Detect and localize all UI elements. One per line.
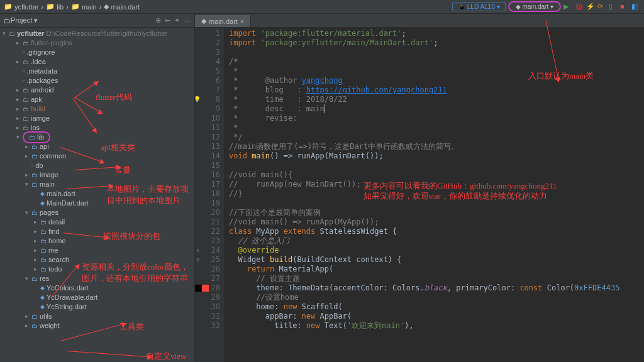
tree-row[interactable]: ▾🗀res [3,274,194,283]
tab-main-dart[interactable]: ◆ main.dart × [195,15,251,27]
tree-row[interactable]: ▸🗀apk [3,95,194,104]
folder-icon: 🗀 [31,151,38,161]
tree-row[interactable]: ▾🗀lib [3,133,194,142]
tree-row[interactable]: ▸🗀weight [3,321,194,331]
tree-row[interactable]: ▾🗀main [3,180,194,189]
dart-file-icon: ◆ [40,293,45,302]
tree-row[interactable]: ▸🗀flutter-plugins [3,38,194,48]
tree-row[interactable]: ▸🗀me [3,246,194,255]
folder-icon: 🗀 [31,208,38,217]
tree-row[interactable]: ▸🗀api [3,142,194,151]
folder-icon: 🗀 [40,255,47,265]
top-bar: 📁 ycflutter › 📁 lib › 📁 main › ◆ main.da… [0,0,644,14]
tree-row[interactable]: ▫.packages [3,76,194,85]
folder-icon: 🗀 [40,227,47,236]
breadcrumb: 📁 ycflutter › 📁 lib › 📁 main › ◆ main.da… [4,3,140,11]
sync-icon[interactable]: ⊕ [155,16,161,25]
tree-row[interactable]: ▫.metadata [3,67,194,76]
folder-icon: 🗀 [31,312,38,321]
folder-icon: 🗀 [40,217,47,227]
project-sidebar: 🗀 Project ▾ ⊕ ⇤ ✦ — ▾🗀 ycflutter D:\Code… [0,14,195,362]
folder-icon: 🗀 [29,133,35,142]
folder-icon: 🗀 [31,142,38,151]
tree-row[interactable]: ▸🗀find [3,227,194,236]
folder-icon: 🗀 [23,114,29,123]
folder-icon: 🗀 [31,180,38,189]
tree-row[interactable]: ▸🗀iamge [3,114,194,123]
code-editor[interactable]: 1234567891011121314151617181920212223242… [195,28,644,362]
folder-icon: 🗀 [23,95,29,104]
folder-icon: 🗀 [23,38,29,48]
hide-icon[interactable]: — [184,16,191,25]
bc-file[interactable]: ◆ main.dart [104,3,140,11]
dart-file-icon: ◆ [40,302,45,312]
folder-icon: 🗀 [40,246,47,255]
tree-row[interactable]: ◆YcColors.dart [3,283,194,293]
tree-row[interactable]: ▸🗀detail [3,217,194,227]
editor-area: ◆ main.dart × 12345678910111213141516171… [195,14,644,362]
debug-icon[interactable]: 🐞 [575,3,584,11]
folder-icon: 🗀 [23,104,29,114]
hot-reload-icon[interactable]: ⚡ [586,3,595,11]
tree-row[interactable]: ▸🗀common [3,151,194,161]
tree-row[interactable]: ▸🗀image [3,170,194,180]
folder-icon: 🗀 [31,170,38,180]
ann-weight: 自定义view [146,351,186,362]
tree-row[interactable]: ◆YcString.dart [3,302,194,312]
dart-file-icon: ◆ [40,283,45,293]
tree-row[interactable]: ▾🗀pages [3,208,194,217]
dart-file-icon: ◆ [40,199,45,208]
stop-icon[interactable]: ■ [620,3,629,11]
tree-row[interactable]: ▸🗀utils [3,312,194,321]
device-selector[interactable]: 📱 LLD AL10 ▾ [452,2,506,11]
gutter: 1234567891011121314151617181920212223242… [195,28,224,362]
bc-lib[interactable]: 📁 lib [46,3,64,11]
code-area[interactable]: import 'package:flutter/material.dart';i… [224,28,644,362]
attach-icon[interactable]: ▯ [609,3,618,11]
flutter-icon[interactable]: ⟳ [597,3,606,11]
dart-file-icon: ◆ [40,189,45,199]
tree-row[interactable]: ▸🗀home [3,236,194,246]
bc-project[interactable]: 📁 ycflutter [4,3,39,11]
tree-row[interactable]: ◆main.dart [3,189,194,199]
folder-icon: 🗀 [40,265,47,274]
tree-row[interactable]: ▸🗀search [3,255,194,265]
folder-icon: 🗀 [23,85,29,95]
file-icon: ▫ [23,76,25,85]
run-config-selector[interactable]: ◆ main.dart ▾ [508,1,561,12]
file-icon: ▫ [31,161,33,170]
tree-row[interactable]: ▫db [3,161,194,170]
tree-row[interactable]: ▸🗀android [3,85,194,95]
file-icon: ▫ [23,67,25,76]
tab-bar: ◆ main.dart × [195,14,644,28]
tool-icon[interactable]: ◧ [631,3,640,11]
folder-icon: 🗀 [23,57,29,67]
tree-row[interactable]: ◆YcDrawable.dart [3,293,194,302]
folder-icon: 🗀 [40,236,47,246]
project-tree[interactable]: ▾🗀 ycflutter D:\CodeResource\flutter\git… [0,28,194,331]
project-header[interactable]: 🗀 Project ▾ ⊕ ⇤ ✦ — [0,14,194,28]
collapse-icon[interactable]: ⇤ [165,16,170,25]
bc-main[interactable]: 📁 main [71,3,97,11]
folder-icon: 🗀 [31,274,38,283]
tree-root[interactable]: ▾🗀 ycflutter D:\CodeResource\flutter\git… [3,29,194,38]
tree-row[interactable]: ▸🗀todo [3,265,194,274]
tree-row[interactable]: ▸🗀build [3,104,194,114]
settings-icon[interactable]: ✦ [174,16,180,25]
file-icon: ▫ [23,48,25,57]
tree-row[interactable]: ◆MainDart.dart [3,199,194,208]
run-icon[interactable]: ▶ [564,3,572,11]
tree-row[interactable]: ▸🗀.idea [3,57,194,67]
folder-icon: 🗀 [31,321,38,331]
tree-row[interactable]: ▫.gitignore [3,48,194,57]
